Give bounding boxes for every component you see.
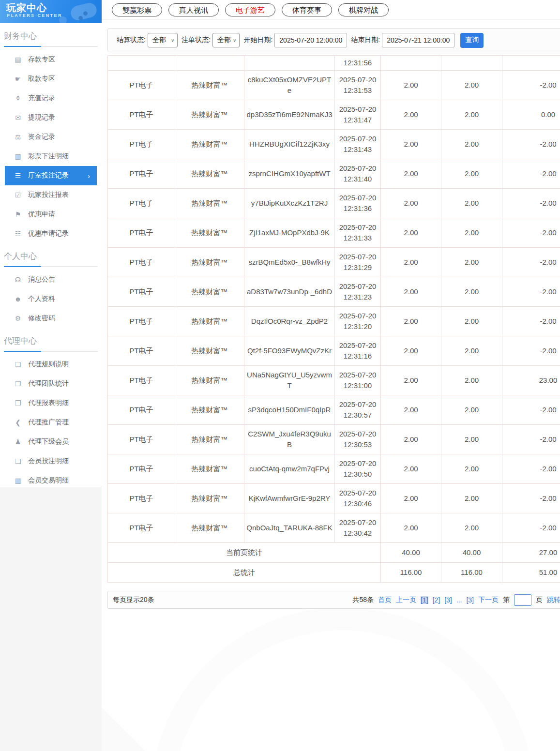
cell-winloss: -2.00 [502, 218, 560, 248]
cell-winloss: -2.00 [502, 395, 560, 425]
jump-button[interactable]: 跳转 [547, 596, 560, 604]
cell-valid-amount: 2.00 [441, 484, 502, 513]
sidebar-item[interactable]: ☰ 厅室投注记录 › [5, 166, 97, 185]
sidebar-item-label: 修改密码 [28, 314, 55, 323]
promo-apply-icon: ⚑ [14, 210, 22, 218]
funds-record-icon: ⚖ [14, 133, 22, 141]
sidebar-item-label: 优惠申请记录 [28, 229, 69, 238]
cell-bet-amount: 2.00 [381, 425, 441, 454]
cell-valid-amount: 2.00 [441, 425, 502, 454]
sidebar-item[interactable]: ☛ 取款专区 [0, 69, 102, 89]
settle-status-select[interactable]: 全部 ∨ [148, 33, 178, 47]
cell-valid-amount: 2.00 [441, 395, 502, 425]
sidebar-item[interactable]: ▥ 彩票下注明细 [0, 147, 102, 166]
sidebar-item[interactable]: ✉ 提现记录 [0, 108, 102, 127]
sidebar-item[interactable]: ☻ 个人资料 [0, 289, 102, 309]
page-number-link[interactable]: ... [456, 596, 462, 604]
game-category-tab[interactable]: 真人视讯 [168, 3, 219, 16]
sidebar-item[interactable]: ❒ 代理报表明细 [0, 393, 102, 413]
sidebar-item[interactable]: ♟ 代理下级会员 [0, 432, 102, 451]
page-number-link[interactable]: [1] [421, 596, 428, 604]
sidebar-item[interactable]: ▥ 会员交易明细 [0, 471, 102, 490]
start-date-input[interactable] [274, 33, 347, 47]
next-page-link[interactable]: 下一页 [478, 596, 499, 604]
game-category-tab[interactable]: 雙赢彩票 [112, 3, 162, 16]
cell-winloss: -2.00 [502, 71, 560, 100]
cell-game: 热辣财富™ [175, 248, 244, 277]
sidebar-item[interactable]: ❏ 代理规则说明 [0, 355, 102, 374]
sidebar-item[interactable]: ☊ 消息公告 [0, 270, 102, 289]
cell-platform: PT电子 [108, 71, 175, 100]
page-summary-winloss: 27.00 [502, 543, 560, 563]
person-icon: ☻ [14, 295, 22, 303]
cell-datetime: 2025-07-20 12:31:33 [335, 218, 381, 248]
main-content: 雙赢彩票 真人视讯 电子游艺 体育赛事 棋牌对战 结算状态: 全部 ∨ 注单状态… [102, 0, 560, 609]
sidebar-item[interactable]: ▤ 存款专区 [0, 50, 102, 69]
cell-bet-amount: 2.00 [381, 336, 441, 366]
cell-bet-amount: 2.00 [381, 159, 441, 189]
cell-game: 热辣财富™ [175, 307, 244, 336]
cell-platform: PT电子 [108, 307, 175, 336]
cell-datetime: 2025-07-20 12:31:43 [335, 130, 381, 159]
first-page-link[interactable]: 首页 [378, 596, 392, 604]
per-page-text: 每页显示20条 [113, 596, 154, 604]
jump-prefix-label: 第 [503, 596, 510, 604]
sidebar-sections: 财务中心 ▤ 存款专区 ☛ 取款专区 ⚱ 充值记录 ✉ 提现记录 ⚖ 资金记录 … [0, 30, 102, 490]
cell-game: 热辣财富™ [175, 425, 244, 454]
cell-bet-amount: 2.00 [381, 484, 441, 513]
chevron-down-icon: ∨ [171, 38, 174, 43]
cell-platform: PT电子 [108, 513, 175, 543]
end-date-input[interactable] [382, 33, 454, 47]
table-row-clipped: 12:31:56 [108, 56, 560, 71]
cell-game: 热辣财富™ [175, 218, 244, 248]
sidebar-item[interactable]: ☷ 优惠申请记录 [0, 224, 102, 243]
sidebar-item[interactable]: ⚑ 优惠申请 [0, 205, 102, 224]
cell-valid-amount: 2.00 [441, 366, 502, 395]
game-category-tab[interactable]: 体育赛事 [282, 3, 332, 16]
sidebar-item-label: 优惠申请 [28, 210, 55, 219]
bell-icon: ☊ [14, 276, 22, 284]
cell-platform: PT电子 [108, 100, 175, 130]
game-category-tab[interactable]: 电子游艺 [225, 3, 275, 16]
watermark-triangle [102, 707, 145, 751]
withdraw-hand-icon: ☛ [14, 75, 22, 83]
cell-platform: PT电子 [108, 366, 175, 395]
cell-datetime: 2025-07-20 12:31:00 [335, 366, 381, 395]
cell-valid-amount: 2.00 [441, 71, 502, 100]
cell-winloss: -2.00 [502, 454, 560, 484]
hall-bet-records-icon: ☰ [14, 172, 22, 180]
game-category-tab[interactable]: 棋牌对战 [338, 3, 389, 16]
cell-valid-amount: 2.00 [441, 248, 502, 277]
sidebar-item[interactable]: ☑ 玩家投注报表 [0, 185, 102, 205]
section-underline [4, 46, 98, 47]
cell-order-id: KjKwfAwmfwrGrE-9p2RY [244, 484, 335, 513]
chevron-right-icon: › [88, 172, 90, 180]
page-number-link[interactable]: [3] [444, 596, 452, 604]
page-number-link[interactable]: [3] [466, 596, 474, 604]
cell-winloss: -2.00 [502, 248, 560, 277]
cell-winloss: -2.00 [502, 159, 560, 189]
cell-order-id: C2SWM_Jxu4feR3Q9ukuB [244, 425, 335, 454]
cell-datetime: 2025-07-20 12:31:29 [335, 248, 381, 277]
sidebar-item[interactable]: ❮ 代理推广管理 [0, 413, 102, 432]
sidebar-item[interactable]: ⚱ 充值记录 [0, 89, 102, 108]
cell-bet-amount: 2.00 [381, 130, 441, 159]
table-row: PT电子 热辣财富™ C2SWM_Jxu4feR3Q9ukuB 2025-07-… [108, 425, 560, 454]
order-status-select[interactable]: 全部 ∨ [212, 33, 240, 47]
prev-page-link[interactable]: 上一页 [396, 596, 416, 604]
query-button[interactable]: 查询 [460, 33, 484, 48]
cell-order-id: zsprnCIHGmX10yapftWT [244, 159, 335, 189]
sidebar-item[interactable]: ⚙ 修改密码 [0, 309, 102, 328]
cell-game: 热辣财富™ [175, 395, 244, 425]
sidebar-item[interactable]: ❐ 代理团队统计 [0, 374, 102, 393]
sidebar-item-label: 代理推广管理 [28, 418, 69, 427]
sidebar-item[interactable]: ⚖ 资金记录 [0, 127, 102, 147]
cell-platform: PT电子 [108, 277, 175, 307]
cell-valid-amount: 2.00 [441, 189, 502, 218]
sidebar-item[interactable]: ❑ 会员投注明细 [0, 451, 102, 471]
jump-page-input[interactable] [514, 594, 531, 606]
withdrawal-record-icon: ✉ [14, 114, 22, 121]
page-summary-valid: 40.00 [441, 543, 502, 563]
page-number-link[interactable]: [2] [433, 596, 440, 604]
cell-winloss: 0.00 [502, 100, 560, 130]
